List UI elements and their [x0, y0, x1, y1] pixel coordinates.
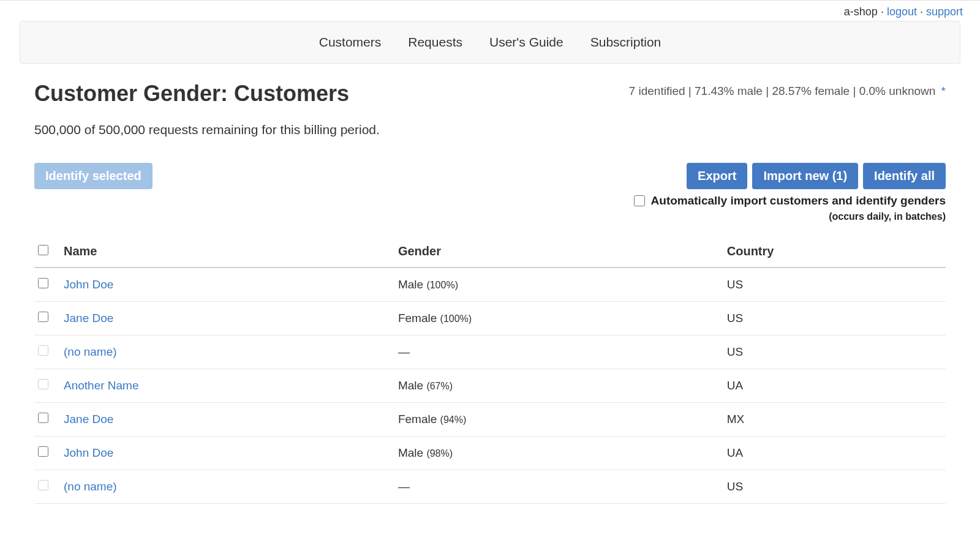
gender-cell: Male (67%) [393, 369, 722, 403]
identify-selected-button[interactable]: Identify selected [34, 163, 153, 189]
select-all-checkbox[interactable] [38, 245, 48, 255]
gender-cell: Male (100%) [393, 268, 722, 302]
export-button[interactable]: Export [687, 163, 747, 189]
nav-users-guide[interactable]: User's Guide [489, 35, 564, 50]
table-row: Jane DoeFemale (100%)US [34, 302, 946, 335]
country-cell: US [722, 302, 946, 335]
row-checkbox[interactable] [38, 379, 48, 389]
identify-all-button[interactable]: Identify all [863, 163, 946, 189]
logout-link[interactable]: logout [887, 6, 917, 18]
auto-import-note: (occurs daily, in batches) [634, 211, 946, 222]
country-cell: US [722, 335, 946, 369]
nav-customers[interactable]: Customers [319, 35, 382, 50]
gender-cell: — [393, 335, 722, 369]
table-row: (no name)—US [34, 470, 946, 504]
country-cell: US [722, 470, 946, 504]
col-name: Name [59, 237, 393, 268]
row-checkbox[interactable] [38, 480, 48, 490]
country-cell: MX [722, 403, 946, 437]
gender-cell: — [393, 470, 722, 504]
row-checkbox[interactable] [38, 413, 48, 423]
customers-table: Name Gender Country John DoeMale (100%)U… [34, 237, 946, 504]
page-title: Customer Gender: Customers [34, 81, 349, 107]
nav-subscription[interactable]: Subscription [590, 35, 662, 50]
customer-name-link[interactable]: Another Name [64, 379, 139, 392]
row-checkbox[interactable] [38, 345, 48, 356]
import-new-button[interactable]: Import new (1) [752, 163, 858, 189]
customer-name-link[interactable]: (no name) [64, 345, 117, 358]
row-checkbox[interactable] [38, 446, 48, 457]
stats-asterisk-link[interactable]: * [941, 84, 946, 97]
auto-import-row[interactable]: Automatically import customers and ident… [634, 194, 946, 208]
table-row: John DoeMale (98%)UA [34, 437, 946, 470]
table-row: Jane DoeFemale (94%)MX [34, 403, 946, 437]
customer-name-link[interactable]: (no name) [64, 480, 117, 493]
account-name: a-shop [844, 6, 878, 18]
auto-import-checkbox[interactable] [634, 195, 645, 206]
country-cell: UA [722, 437, 946, 470]
gender-cell: Male (98%) [393, 437, 722, 470]
row-checkbox[interactable] [38, 312, 48, 322]
country-cell: US [722, 268, 946, 302]
customer-name-link[interactable]: Jane Doe [64, 413, 113, 425]
row-checkbox[interactable] [38, 278, 48, 288]
main-nav: Customers Requests User's Guide Subscrip… [20, 21, 960, 64]
stats-summary: 7 identified | 71.43% male | 28.57% fema… [629, 84, 946, 98]
country-cell: UA [722, 369, 946, 403]
col-gender: Gender [393, 237, 722, 268]
auto-import-label: Automatically import customers and ident… [651, 194, 946, 208]
gender-cell: Female (100%) [393, 302, 722, 335]
gender-cell: Female (94%) [393, 403, 722, 437]
customer-name-link[interactable]: John Doe [64, 446, 113, 459]
table-row: John DoeMale (100%)US [34, 268, 946, 302]
quota-text: 500,000 of 500,000 requests remaining fo… [34, 122, 946, 137]
support-link[interactable]: support [926, 6, 963, 18]
top-links: a-shop · logout · support [0, 1, 980, 21]
table-row: Another NameMale (67%)UA [34, 369, 946, 403]
col-country: Country [722, 237, 946, 268]
customer-name-link[interactable]: Jane Doe [64, 312, 113, 324]
customer-name-link[interactable]: John Doe [64, 278, 113, 291]
table-row: (no name)—US [34, 335, 946, 369]
nav-requests[interactable]: Requests [408, 35, 462, 50]
